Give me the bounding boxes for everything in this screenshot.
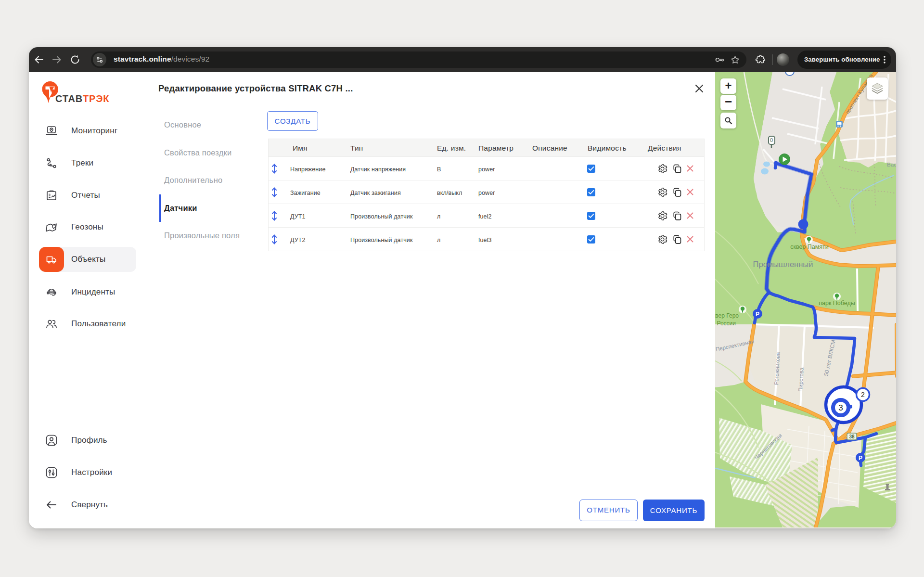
svg-text:P: P xyxy=(859,455,862,462)
svg-text:парк Победы: парк Победы xyxy=(819,300,855,307)
svg-text:3: 3 xyxy=(838,403,843,412)
svg-text:сквер Геро: сквер Геро xyxy=(715,312,739,319)
svg-text:России: России xyxy=(717,320,736,327)
svg-text:Вас: Вас xyxy=(887,162,896,167)
svg-text:38: 38 xyxy=(849,434,855,439)
svg-text:2: 2 xyxy=(861,391,865,398)
svg-text:0: 0 xyxy=(770,137,773,143)
svg-text:P: P xyxy=(756,311,759,318)
svg-text:сквер Памяти: сквер Памяти xyxy=(790,244,829,250)
svg-text:Промышленный: Промышленный xyxy=(753,260,813,269)
